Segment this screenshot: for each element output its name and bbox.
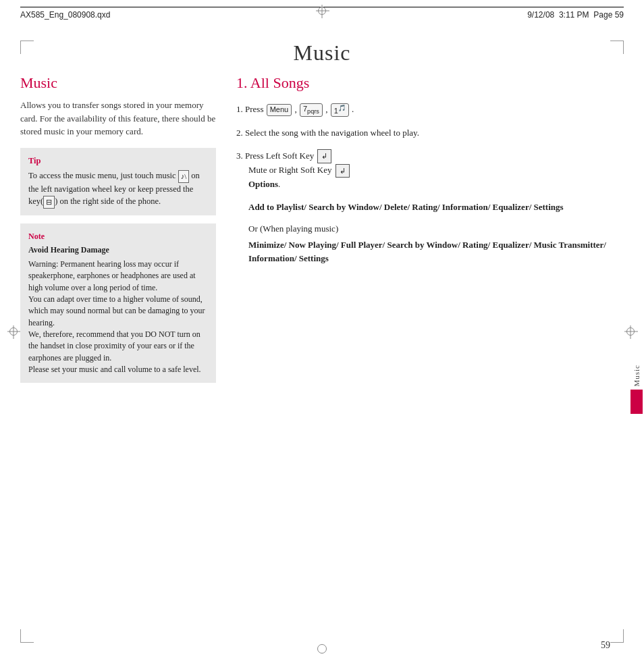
side-tab-bar bbox=[630, 390, 643, 414]
1-key-icon: 1🎵 bbox=[331, 103, 349, 117]
note-box: Note Avoid Hearing Damage Warning: Perma… bbox=[20, 223, 216, 383]
corner-mark-bl bbox=[20, 629, 34, 643]
right-softkey-icon: ↲ bbox=[336, 164, 350, 178]
music-section-heading: Music bbox=[20, 74, 216, 92]
step-1-press: Press bbox=[245, 104, 263, 114]
header-filename: AX585_Eng_080908.qxd bbox=[20, 10, 110, 20]
corner-mark-br bbox=[610, 629, 624, 643]
content-area: Music Allows you to transfer songs store… bbox=[20, 74, 624, 629]
tip-label: Tip bbox=[28, 155, 208, 167]
step-3-mute: Mute or Right Soft Key bbox=[248, 165, 334, 175]
right-column: 1. All Songs 1. Press Menu , 7pqrs , 1🎵 … bbox=[236, 74, 624, 629]
side-tab: Music bbox=[629, 365, 644, 414]
or-text-block: Or (When playing music) Minimize/ Now Pl… bbox=[248, 223, 624, 265]
music-icon: ♪\ bbox=[178, 170, 190, 183]
side-tab-label: Music bbox=[633, 365, 641, 387]
note-label: Note bbox=[28, 230, 208, 242]
playlist-options-block: Add to Playlist/ Search by Window/ Delet… bbox=[248, 201, 624, 214]
menu-key-icon: Menu bbox=[267, 104, 292, 115]
note-sublabel: Avoid Hearing Damage bbox=[28, 244, 208, 256]
step-3-press-left: Press Left Soft Key bbox=[245, 151, 316, 161]
bottom-cross-mark bbox=[317, 644, 327, 654]
top-cross-mark bbox=[318, 7, 326, 15]
music-description: Allows you to transfer songs stored in y… bbox=[20, 99, 216, 138]
comma-1: , bbox=[294, 104, 299, 114]
page-number: 59 bbox=[601, 640, 610, 651]
step-3-num: 3. bbox=[236, 151, 245, 161]
period-1: . bbox=[352, 104, 354, 114]
step-2-num: 2. bbox=[236, 128, 245, 138]
step-2: 2. Select the song with the navigation w… bbox=[236, 126, 624, 140]
or-text: Or (When playing music) bbox=[248, 223, 624, 234]
side-key-icon: ⊟ bbox=[43, 196, 55, 209]
comma-2: , bbox=[325, 104, 330, 114]
tip-box: Tip To access the music menu, just touch… bbox=[20, 148, 216, 215]
left-softkey-icon: ↲ bbox=[317, 149, 331, 163]
note-text: Warning: Permanent hearing loss may occu… bbox=[28, 259, 208, 376]
left-cross-mark bbox=[9, 327, 18, 336]
step-1-num: 1. bbox=[236, 104, 245, 114]
tip-text: To access the music menu, just touch mus… bbox=[28, 169, 208, 209]
7pqrs-key-icon: 7pqrs bbox=[300, 103, 323, 117]
step-3-options: Options. bbox=[248, 179, 280, 189]
header-datetime: 9/12/08 3:11 PM Page 59 bbox=[527, 10, 624, 20]
left-column: Music Allows you to transfer songs store… bbox=[20, 74, 216, 629]
playlist-options-text: Add to Playlist/ Search by Window/ Delet… bbox=[248, 201, 624, 214]
page-title: Music bbox=[0, 41, 644, 65]
right-cross-mark bbox=[626, 327, 635, 336]
all-songs-heading: 1. All Songs bbox=[236, 74, 624, 92]
corner-mark-tr bbox=[610, 41, 624, 54]
corner-mark-tl bbox=[20, 41, 34, 54]
step-3: 3. Press Left Soft Key ↲ Mute or Right S… bbox=[236, 149, 624, 191]
step-2-text: Select the song with the navigation whee… bbox=[245, 128, 419, 138]
playing-options-text: Minimize/ Now Playing/ Full Player/ Sear… bbox=[248, 238, 624, 265]
step-1: 1. Press Menu , 7pqrs , 1🎵 . bbox=[236, 103, 624, 117]
